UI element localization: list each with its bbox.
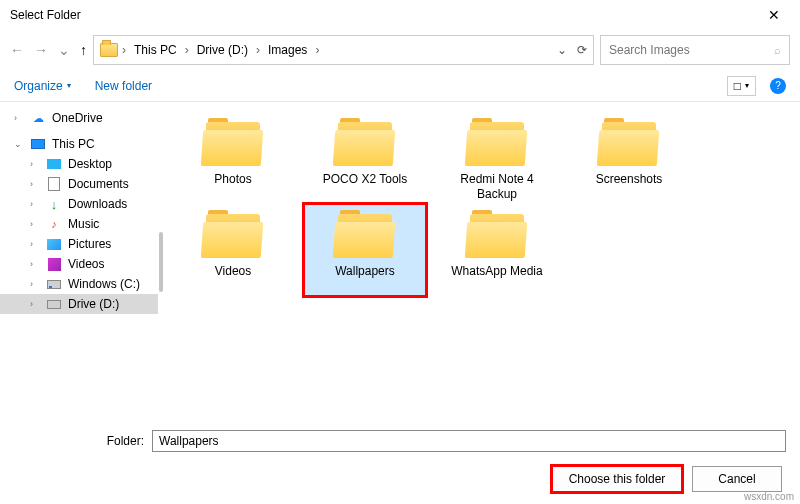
desktop-icon (47, 159, 61, 169)
caret-icon[interactable]: › (14, 113, 24, 123)
tree-music[interactable]: ›♪ Music (0, 214, 158, 234)
search-input[interactable]: Search Images ⌕ (600, 35, 790, 65)
tree-documents[interactable]: › Documents (0, 174, 158, 194)
folder-label: Videos (176, 264, 290, 294)
folder-item[interactable]: POCO X2 Tools (304, 112, 426, 204)
onedrive-icon: ☁ (30, 111, 46, 125)
choose-folder-button[interactable]: Choose this folder (552, 466, 682, 492)
folder-label: Folder: (14, 434, 144, 448)
help-button[interactable]: ? (770, 78, 786, 94)
refresh-button[interactable]: ⟳ (577, 43, 587, 57)
download-icon: ↓ (46, 197, 62, 211)
folder-label: WhatsApp Media (440, 264, 554, 294)
videos-icon (48, 258, 61, 271)
navigation-tree: › ☁ OneDrive ⌄ This PC › Desktop › Docum… (0, 102, 158, 422)
music-icon: ♪ (46, 217, 62, 231)
folder-icon (334, 118, 396, 166)
organize-menu[interactable]: Organize ▾ (14, 79, 71, 93)
tree-pictures[interactable]: › Pictures (0, 234, 158, 254)
tree-drive-c[interactable]: › Windows (C:) (0, 274, 158, 294)
new-folder-button[interactable]: New folder (95, 79, 152, 93)
cancel-button[interactable]: Cancel (692, 466, 782, 492)
search-icon: ⌕ (774, 44, 781, 56)
folder-label: POCO X2 Tools (308, 172, 422, 202)
breadcrumb[interactable]: Images (264, 43, 311, 57)
folder-view[interactable]: Photos POCO X2 Tools Redmi Note 4 Backup… (164, 102, 800, 422)
folder-item[interactable]: Redmi Note 4 Backup (436, 112, 558, 204)
folder-label: Wallpapers (308, 264, 422, 294)
folder-icon (466, 118, 528, 166)
folder-label: Photos (176, 172, 290, 202)
nav-forward: → (34, 42, 48, 58)
nav-recent[interactable]: ⌄ (58, 42, 70, 58)
tree-drive-d[interactable]: › Drive (D:) (0, 294, 158, 314)
folder-label: Screenshots (572, 172, 686, 202)
close-button[interactable]: ✕ (758, 3, 790, 27)
tree-onedrive[interactable]: › ☁ OneDrive (0, 108, 158, 128)
tree-thispc[interactable]: ⌄ This PC (0, 134, 158, 154)
pictures-icon (47, 239, 61, 250)
folder-item[interactable]: Photos (172, 112, 294, 204)
folder-icon (598, 118, 660, 166)
folder-icon (202, 118, 264, 166)
tree-desktop[interactable]: › Desktop (0, 154, 158, 174)
search-placeholder: Search Images (609, 43, 690, 57)
window-title: Select Folder (10, 8, 81, 22)
folder-item[interactable]: WhatsApp Media (436, 204, 558, 296)
address-bar[interactable]: › This PC › Drive (D:) › Images › ⌄ ⟳ (93, 35, 594, 65)
breadcrumb[interactable]: This PC (130, 43, 181, 57)
document-icon (48, 177, 60, 191)
view-options[interactable]: □ ▾ (727, 76, 756, 96)
watermark: wsxdn.com (744, 491, 794, 502)
tree-videos[interactable]: › Videos (0, 254, 158, 274)
folder-icon (202, 210, 264, 258)
folder-item[interactable]: Screenshots (568, 112, 690, 204)
pc-icon (31, 139, 45, 149)
folder-label: Redmi Note 4 Backup (440, 172, 554, 202)
drive-icon (47, 280, 61, 289)
folder-icon (334, 210, 396, 258)
folder-item[interactable]: Wallpapers (304, 204, 426, 296)
folder-icon (100, 43, 118, 57)
folder-name-input[interactable] (152, 430, 786, 452)
breadcrumb[interactable]: Drive (D:) (193, 43, 252, 57)
tree-downloads[interactable]: ›↓ Downloads (0, 194, 158, 214)
nav-up[interactable]: ↑ (80, 42, 87, 58)
drive-icon (47, 300, 61, 309)
nav-back[interactable]: ← (10, 42, 24, 58)
folder-icon (466, 210, 528, 258)
caret-down-icon[interactable]: ⌄ (14, 139, 24, 149)
address-dropdown[interactable]: ⌄ (557, 43, 567, 57)
folder-item[interactable]: Videos (172, 204, 294, 296)
